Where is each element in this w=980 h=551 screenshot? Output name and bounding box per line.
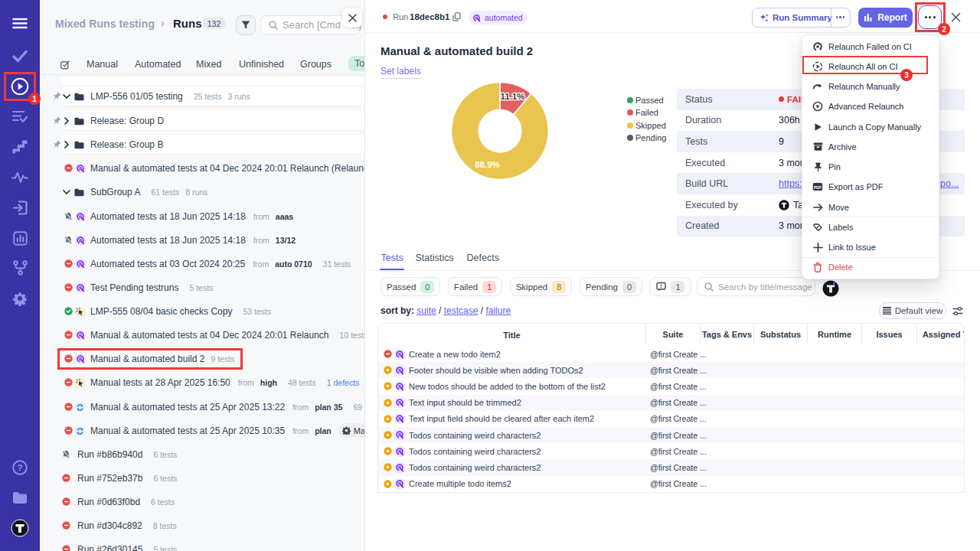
svg-text:PDF: PDF bbox=[814, 185, 822, 190]
svg-text:11.1%: 11.1% bbox=[501, 92, 525, 101]
svg-text:88.9%: 88.9% bbox=[475, 160, 500, 169]
svg-text:?: ? bbox=[17, 463, 22, 472]
